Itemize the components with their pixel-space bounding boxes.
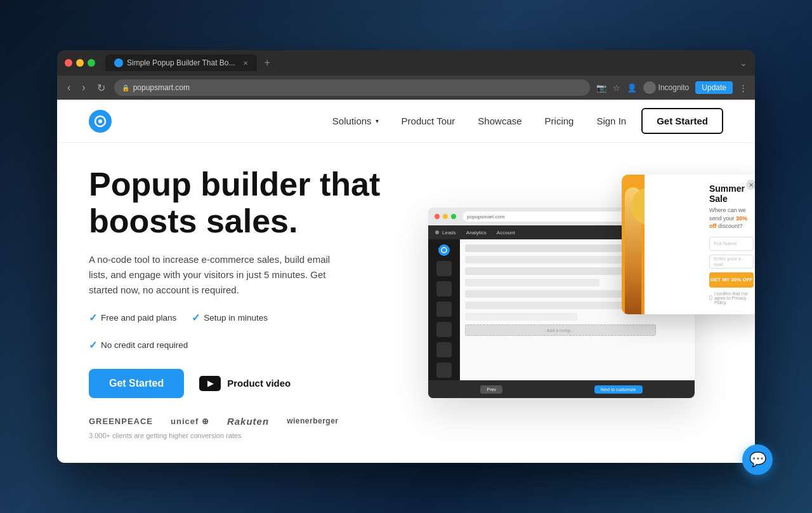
toolbar-right: 📷 ☆ 👤 Incognito Update ⋮: [596, 81, 747, 94]
popup-close-icon[interactable]: ✕: [746, 180, 755, 190]
logo-icon: [89, 110, 112, 133]
mock-sidebar-icon-2: [436, 281, 452, 296]
mock-panel-row: [465, 302, 622, 309]
mock-panel-row: [465, 290, 634, 298]
popup-subtitle: Where can we send your 30% off discount?: [709, 206, 754, 230]
address-bar[interactable]: 🔒 popupsmart.com: [114, 79, 590, 96]
nav-solutions[interactable]: Solutions ▾: [332, 116, 379, 126]
popup-cta-button[interactable]: GET MY 30% OFF: [709, 272, 754, 288]
mock-sidebar: [428, 239, 460, 398]
new-tab-button[interactable]: +: [265, 57, 270, 69]
popup-name-input[interactable]: Full Name: [709, 237, 754, 251]
incognito-label: Incognito: [658, 83, 690, 92]
tab-title: Simple Popup Builder That Bo...: [127, 58, 235, 67]
nav-product-tour[interactable]: Product Tour: [402, 116, 455, 126]
hero-section: Popup builder that boosts sales. A no-co…: [57, 143, 755, 463]
mock-sidebar-icon-4: [436, 322, 452, 337]
forward-button[interactable]: ›: [79, 81, 88, 95]
logos-section: GREENPEACE unicef ⊕ Rakuten wienerberger…: [89, 416, 381, 439]
hero-description: A no-code tool to increase e-commerce sa…: [89, 252, 343, 298]
maximize-button[interactable]: [88, 59, 95, 67]
greenpeace-logo: GREENPEACE: [89, 416, 153, 426]
minimize-button[interactable]: [76, 59, 84, 67]
hero-title: Popup builder that boosts sales.: [89, 166, 381, 239]
mock-next-btn: Next to customize: [594, 385, 643, 394]
mock-sidebar-icon-5: [436, 342, 452, 357]
traffic-lights: [65, 59, 95, 67]
popup-form-area: Summer Sale Where can we send your 30% o…: [702, 175, 755, 314]
get-started-nav-button[interactable]: Get Started: [641, 108, 723, 134]
checkmark-icon-1: ✓: [89, 312, 97, 324]
mock-prev-btn: Prev: [480, 385, 502, 394]
mock-panel-row: [465, 267, 645, 275]
profile-icon: 👤: [627, 83, 637, 93]
mock-footer-bar: Prev Next to customize: [428, 380, 695, 398]
mock-panel-row: [465, 256, 622, 263]
mock-tl-yellow: [443, 214, 448, 219]
clients-text: 3.000+ clients are getting higher conver…: [89, 432, 381, 439]
check-free-plans: ✓ Free and paid plans: [89, 312, 176, 324]
rakuten-logo: Rakuten: [227, 416, 269, 427]
url-text: popupsmart.com: [133, 83, 190, 92]
popup-privacy-text: I confirm that I've agree to Privacy Pol…: [709, 291, 754, 305]
svg-point-2: [435, 230, 439, 234]
wienerberger-logo: wienerberger: [287, 416, 338, 425]
reload-button[interactable]: ↻: [95, 81, 108, 95]
checkmark-icon-3: ✓: [89, 339, 97, 351]
mock-panel-row: [465, 313, 577, 321]
menu-icon[interactable]: ⋮: [739, 83, 747, 93]
bookmark-icon[interactable]: ☆: [613, 83, 620, 93]
mock-panel-row: [465, 279, 599, 286]
chat-widget[interactable]: 💬: [742, 444, 773, 475]
popup-image: [622, 175, 645, 314]
popup-privacy-checkbox[interactable]: [709, 295, 712, 300]
mock-tl-red: [435, 214, 440, 219]
logo[interactable]: [89, 110, 112, 133]
browser-titlebar: Simple Popup Builder That Bo... ✕ + ⌄: [57, 50, 755, 76]
popup-email-input[interactable]: Enter your e-mail: [709, 255, 754, 269]
svg-point-1: [98, 119, 102, 123]
mock-sidebar-icon-3: [436, 302, 452, 317]
close-button[interactable]: [65, 59, 72, 67]
checkmark-icon-2: ✓: [192, 312, 200, 324]
lock-icon: 🔒: [122, 84, 129, 91]
nav-showcase[interactable]: Showcase: [478, 116, 521, 126]
tab-close-icon[interactable]: ✕: [243, 60, 248, 67]
browser-toolbar: ‹ › ↻ 🔒 popupsmart.com 📷 ☆ 👤 Incognito U…: [57, 76, 755, 100]
update-button[interactable]: Update: [695, 81, 733, 94]
nav-links: Solutions ▾ Product Tour Showcase Pricin…: [332, 116, 574, 127]
mock-sidebar-icon-1: [436, 261, 452, 276]
hero-content: Popup builder that boosts sales. A no-co…: [89, 166, 381, 439]
browser-tab[interactable]: Simple Popup Builder That Bo... ✕: [105, 55, 257, 71]
incognito-badge: Incognito: [643, 81, 690, 94]
checkmarks-list: ✓ Free and paid plans ✓ Setup in minutes…: [89, 312, 381, 351]
nav-actions: Sign In Get Started: [596, 108, 723, 134]
browser-window: Simple Popup Builder That Bo... ✕ + ⌄ ‹ …: [57, 50, 755, 463]
popup-card: ✕ Summer Sale Where can we send your 30%…: [622, 175, 755, 314]
nav-pricing[interactable]: Pricing: [545, 116, 574, 126]
mock-add-component: Add a comp...: [465, 324, 656, 336]
navbar: Solutions ▾ Product Tour Showcase Pricin…: [57, 100, 755, 143]
back-button[interactable]: ‹: [65, 81, 73, 95]
incognito-avatar: [643, 81, 656, 94]
mock-tab-account: Account: [497, 230, 515, 236]
mock-tl-green: [451, 214, 456, 219]
product-video-button[interactable]: ▶ Product video: [199, 376, 291, 391]
youtube-icon: ▶: [199, 376, 221, 391]
camera-blocked-icon: 📷: [596, 83, 606, 93]
logos-row: GREENPEACE unicef ⊕ Rakuten wienerberger: [89, 416, 381, 427]
check-setup: ✓ Setup in minutes: [192, 312, 268, 324]
unicef-logo: unicef ⊕: [171, 416, 209, 426]
tab-favicon: [114, 58, 123, 67]
hero-image: popupsmart.com Leads Analytics Account: [400, 143, 723, 463]
mock-tab-analytics: Analytics: [466, 230, 487, 236]
mock-tab-leads: Leads: [435, 230, 456, 236]
svg-point-4: [442, 248, 447, 253]
website-content: Solutions ▾ Product Tour Showcase Pricin…: [57, 100, 755, 463]
chevron-down-icon: ▾: [376, 117, 379, 124]
mock-sidebar-icon-6: [436, 363, 452, 378]
get-started-cta-button[interactable]: Get Started: [89, 369, 184, 398]
cta-row: Get Started ▶ Product video: [89, 369, 381, 398]
sign-in-button[interactable]: Sign In: [596, 116, 626, 126]
check-no-card: ✓ No credit card required: [89, 339, 188, 351]
